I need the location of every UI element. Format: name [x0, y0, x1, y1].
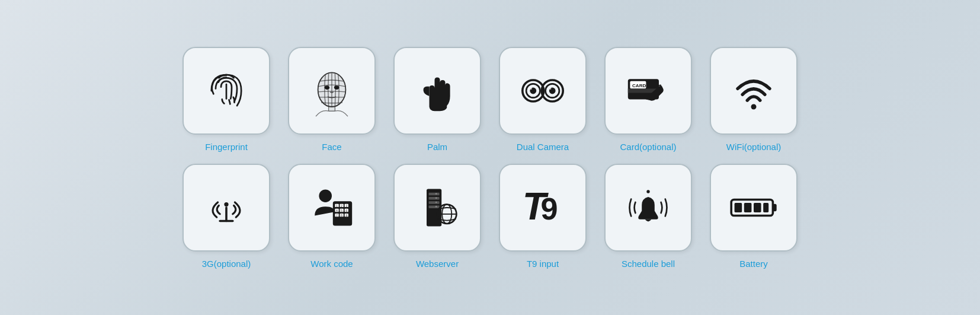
- svg-point-7: [530, 87, 532, 90]
- schedulebell-label: Schedule bell: [622, 259, 675, 269]
- svg-point-2: [325, 85, 329, 88]
- dual-camera-icon: [516, 64, 569, 117]
- svg-rect-58: [744, 202, 752, 212]
- icon-cell-t9input: T 9 T9 input: [499, 164, 587, 269]
- dual-camera-label: Dual Camera: [517, 142, 569, 152]
- fingerprint-icon: [200, 64, 253, 117]
- icon-box-battery: [710, 164, 798, 252]
- icon-box-dual-camera: [499, 47, 587, 135]
- battery-icon: [727, 181, 780, 234]
- icon-cell-webserver: Webserver: [393, 164, 481, 269]
- icon-box-webserver: [393, 164, 481, 252]
- svg-point-48: [435, 205, 437, 207]
- svg-point-45: [435, 193, 437, 195]
- icon-cell-workcode: 1 2 3 4 5 6 7 8 9 Work code: [288, 164, 376, 269]
- fingerprint-label: Fingerprint: [205, 142, 248, 152]
- icon-cell-dual-camera: Dual Camera: [499, 47, 587, 152]
- svg-point-16: [751, 104, 757, 109]
- svg-rect-56: [773, 203, 776, 211]
- schedulebell-icon: [622, 181, 675, 234]
- svg-point-11: [549, 87, 552, 90]
- svg-rect-42: [429, 197, 440, 200]
- icon-cell-schedulebell: Schedule bell: [604, 164, 692, 269]
- 3g-label: 3G(optional): [202, 259, 251, 269]
- workcode-icon: 1 2 3 4 5 6 7 8 9: [305, 181, 358, 234]
- svg-rect-41: [429, 192, 440, 195]
- icon-cell-palm: Palm: [393, 47, 481, 152]
- icon-box-wifi: [710, 47, 798, 135]
- icon-box-card: CARD: [604, 47, 692, 135]
- icon-box-workcode: 1 2 3 4 5 6 7 8 9: [288, 164, 376, 252]
- svg-point-47: [435, 201, 437, 203]
- icon-box-fingerprint: [182, 47, 270, 135]
- svg-text:CARD: CARD: [632, 82, 646, 88]
- t9input-label: T9 input: [527, 259, 559, 269]
- svg-rect-43: [429, 201, 440, 204]
- icon-box-face: [288, 47, 376, 135]
- card-label: Card(optional): [620, 142, 676, 152]
- icon-box-schedulebell: [604, 164, 692, 252]
- workcode-label: Work code: [310, 259, 353, 269]
- svg-text:9: 9: [540, 191, 558, 225]
- svg-rect-59: [754, 202, 761, 212]
- svg-rect-60: [763, 202, 768, 212]
- icon-cell-3g: 3G(optional): [182, 164, 270, 269]
- svg-point-3: [335, 85, 339, 88]
- icon-cell-card: CARD Card(optional): [604, 47, 692, 152]
- svg-point-19: [224, 202, 228, 206]
- svg-rect-44: [429, 205, 440, 208]
- wifi-label: WiFi(optional): [726, 142, 782, 152]
- svg-rect-57: [735, 202, 742, 212]
- webserver-label: Webserver: [416, 259, 459, 269]
- battery-label: Battery: [739, 259, 768, 269]
- icon-box-palm: [393, 47, 481, 135]
- svg-point-54: [646, 190, 649, 193]
- card-icon: CARD: [622, 64, 675, 117]
- svg-point-46: [435, 197, 437, 199]
- webserver-icon: [411, 181, 464, 234]
- face-icon: [305, 64, 358, 117]
- wifi-icon: [727, 64, 780, 117]
- svg-point-20: [319, 189, 332, 202]
- t9input-icon: T 9: [516, 181, 569, 234]
- icon-cell-face: Face: [288, 47, 376, 152]
- icon-grid: Fingerprint: [147, 29, 833, 287]
- icon-cell-battery: Battery: [710, 164, 798, 269]
- icon-cell-wifi: WiFi(optional): [710, 47, 798, 152]
- 3g-icon: [200, 181, 253, 234]
- palm-icon: [411, 64, 464, 117]
- face-label: Face: [322, 142, 341, 152]
- palm-label: Palm: [427, 142, 447, 152]
- icon-box-t9input: T 9: [499, 164, 587, 252]
- icon-box-3g: [182, 164, 270, 252]
- icon-cell-fingerprint: Fingerprint: [182, 47, 270, 152]
